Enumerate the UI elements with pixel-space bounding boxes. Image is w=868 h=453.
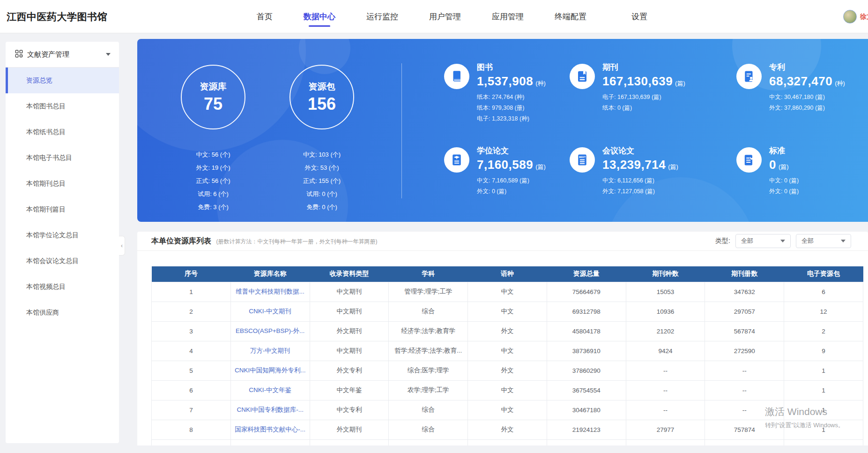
table-cell: 管理学;理学;工学 (389, 282, 468, 302)
stat-detail: 中文: 30,467,180 (篇) (769, 92, 845, 103)
table-body: 1维普中文科技期刊数据...中文期刊管理学;理学;工学中文75664679150… (152, 282, 863, 445)
table-cell (705, 439, 784, 445)
user-avatar[interactable] (843, 10, 857, 23)
table-cell: 3 (152, 321, 231, 341)
table-cell: 6 (784, 282, 863, 302)
circle-details: 中文: 56 (个)外文: 19 (个)正式: 56 (个)试用: 6 (个)免… (166, 148, 260, 214)
sidebar-item[interactable]: 本馆视频总目 (6, 274, 119, 300)
resource-name-link[interactable]: CNKI中国知网海外专利... (230, 361, 310, 380)
stat-text: 专利 68,327,470(种) 中文: 30,467,180 (篇)外文: 3… (769, 62, 845, 146)
circle-detail: 中文: 103 (个) (275, 148, 369, 161)
table-column-header: 序号 (152, 266, 231, 282)
stat-title: 标准 (769, 146, 799, 156)
stat-valueline: 7,160,589(篇) (477, 158, 546, 172)
resource-name-link[interactable]: CNKI中国专利数据库-... (230, 400, 310, 420)
sidebar-item[interactable]: 本馆纸书总目 (6, 119, 119, 145)
stat-title: 图书 (477, 62, 546, 73)
stat-unit: (种) (535, 80, 546, 87)
stat-detail: 中文: 7,160,589 (篇) (477, 175, 546, 186)
sidebar-item[interactable]: 本馆学位论文总目 (6, 222, 119, 248)
username[interactable]: 徐文 (860, 13, 868, 21)
select-value: 全部 (801, 237, 814, 245)
stat-detail: 纸本: 0 (篇) (602, 103, 685, 113)
table-cell: 农学;理学;工学 (389, 380, 468, 400)
sidebar-item[interactable]: 资源总览 (6, 68, 119, 93)
table-cell: 272590 (705, 341, 784, 361)
table-cell: 10936 (626, 302, 705, 321)
table-cell: 45804178 (547, 321, 626, 341)
user-area: 徐文 (843, 0, 868, 33)
sidebar-item[interactable]: 本馆期刊总目 (6, 171, 119, 196)
table-cell: -- (626, 380, 705, 400)
table-cell: 21924123 (547, 420, 626, 439)
sidebar-item[interactable]: 本馆期刊篇目 (6, 196, 119, 222)
table-cell: 外文期刊 (310, 420, 389, 439)
stat-details: 纸本: 274,764 (种)纸本: 979,308 (册)电子: 1,323,… (477, 92, 546, 124)
table-row: 3EBSCO(ASP+BSP)-外...外文期刊经济学;法学;教育学外文4580… (152, 321, 863, 341)
resource-name-link[interactable]: 维普中文科技期刊数据... (230, 282, 310, 302)
table-cell: 297057 (705, 302, 784, 321)
nav-item[interactable]: 运行监控 (366, 0, 398, 33)
type-select[interactable]: 全部 (735, 234, 791, 248)
resource-name-link[interactable]: 国家科技图书文献中心-... (230, 420, 310, 439)
type-select[interactable]: 全部 (796, 234, 851, 248)
sidebar-item[interactable]: 本馆电子书总目 (6, 145, 119, 171)
table-column-header: 资源库名称 (230, 266, 310, 282)
resource-table-card: 本单位资源库列表 (册数计算方法：中文刊每种一年算一册，外文刊每种一年算两册) … (137, 232, 868, 445)
table-cell: 中文期刊 (310, 341, 389, 361)
overview-banner: 资源库 75 中文: 56 (个)外文: 19 (个)正式: 56 (个)试用:… (137, 39, 868, 222)
sidebar-menu: 资源总览本馆图书总目本馆纸书总目本馆电子书总目本馆期刊总目本馆期刊篇目本馆学位论… (6, 68, 119, 325)
nav-item[interactable]: 用户管理 (429, 0, 461, 33)
nav-item[interactable]: 数据中心 (304, 0, 335, 33)
table-cell: 1 (152, 282, 231, 302)
table-cell (547, 439, 626, 445)
table-cell: 外文专利 (310, 361, 389, 380)
circle-ring: 资源库 75 (181, 65, 245, 129)
resource-table: 序号资源库名称收录资料类型学科语种资源总量期刊种数期刊册数电子资源包 1维普中文… (151, 266, 863, 445)
stat-unit: (篇) (535, 163, 546, 170)
nav-item[interactable]: 首页 (257, 0, 273, 33)
circle-ring: 资源包 156 (289, 65, 354, 129)
table-cell: 15053 (626, 282, 705, 302)
table-cell: 2 (784, 321, 863, 341)
table-cell: 21202 (626, 321, 705, 341)
nav-item[interactable]: 终端配置 (555, 0, 586, 33)
table-cell: 38736910 (547, 341, 626, 361)
table-row: 7CNKI中国专利数据库-...中文专利综合中文30467180----1 (152, 400, 863, 420)
stat-title: 会议论文 (602, 146, 678, 156)
circle-value: 156 (308, 94, 336, 114)
journal-icon (570, 64, 595, 89)
sidebar-item[interactable]: 本馆图书总目 (6, 93, 119, 119)
circle-detail: 中文: 56 (个) (166, 148, 260, 161)
nav-item[interactable]: 设置 (631, 0, 647, 33)
sidebar-collapse-handle[interactable]: ‹ (119, 236, 125, 256)
table-card-title-wrap: 本单位资源库列表 (册数计算方法：中文刊每种一年算一册，外文刊每种一年算两册) (151, 236, 377, 246)
circle-detail: 正式: 56 (个) (166, 174, 260, 188)
sidebar-group-header[interactable]: 文献资产管理 (6, 42, 119, 68)
table-cell: 外文 (468, 420, 547, 439)
table-cell: 2 (152, 302, 231, 321)
nav-item[interactable]: 应用管理 (492, 0, 524, 33)
stat-text: 图书 1,537,908(种) 纸本: 274,764 (种)纸本: 979,3… (477, 62, 546, 146)
resource-name-link[interactable]: CNKI-中文期刊 (230, 302, 310, 321)
stat-detail: 电子: 1,323,318 (种) (477, 113, 546, 124)
resource-name-link[interactable]: CNKI-中文年鉴 (230, 380, 310, 400)
stat-unit: (种) (835, 80, 845, 87)
stat-details: 中文: 7,160,589 (篇)外文: 0 (篇) (477, 175, 546, 197)
table-cell: 综合 (389, 302, 468, 321)
resource-name-link[interactable]: EBSCO(ASP+BSP)-外... (230, 321, 310, 341)
stat-value: 13,239,714 (602, 158, 666, 172)
resource-name-link[interactable]: 万方-中文期刊 (230, 341, 310, 361)
table-cell: -- (705, 380, 784, 400)
banner-divider (401, 63, 402, 198)
table-column-header: 期刊种数 (626, 266, 705, 282)
table-cell: 外文 (468, 321, 547, 341)
table-cell: 8 (152, 420, 231, 439)
table-cell: 综合 (389, 400, 468, 420)
sidebar-item[interactable]: 本馆会议论文总目 (6, 248, 119, 274)
stat-details: 中文: 0 (篇)外文: 0 (篇) (769, 175, 799, 197)
table-cell: 30467180 (547, 400, 626, 420)
sidebar-item[interactable]: 本馆供应商 (6, 300, 119, 325)
table-cell: 中文 (468, 400, 547, 420)
stat-title: 专利 (769, 62, 845, 73)
